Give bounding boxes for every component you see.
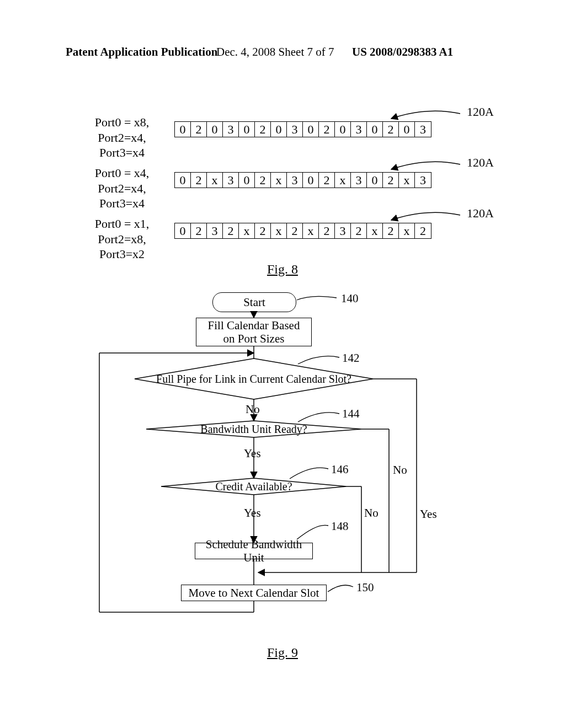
calendar-cell: 2	[255, 223, 271, 238]
flow-decision-142: Full Pipe for Link in Current Calendar S…	[135, 358, 373, 399]
calendar-cell: x	[335, 173, 351, 188]
calendar-cell: 3	[351, 122, 367, 137]
fig8-config-line2: Port2=x8, Port3=x2	[98, 232, 146, 261]
callout-arrow	[388, 208, 461, 223]
calendar-cell: 0	[175, 122, 191, 137]
fig8-config-line1: Port0 = x1,	[95, 217, 150, 231]
calendar-cell: 2	[383, 223, 399, 238]
calendar-cell: x	[271, 173, 287, 188]
calendar-cell: 0	[239, 122, 255, 137]
flow-step-148: Schedule Bandwidth Unit	[195, 543, 313, 559]
calendar-cell: 3	[287, 122, 303, 137]
ref-150: 150	[356, 581, 374, 595]
calendar-cell: 2	[223, 223, 239, 238]
calendar-bar: 0 2 3 2 x 2 x 2 x 2 3 2 x 2 x 2	[174, 223, 431, 239]
branch-yes-142: Yes	[420, 507, 437, 521]
header-right: US 2008/0298383 A1	[352, 45, 453, 59]
calendar-cell: 2	[191, 223, 207, 238]
flow-step-150: Move to Next Calendar Slot	[181, 585, 327, 601]
flow-decision-144: Bandwidth Unit Ready?	[146, 421, 361, 437]
flow-start: Start	[212, 292, 296, 312]
calendar-cell: 0	[367, 173, 383, 188]
calendar-cell: 2	[255, 173, 271, 188]
calendar-cell: 0	[207, 122, 223, 137]
figure-9-caption: Fig. 9	[0, 645, 565, 660]
calendar-cell: x	[399, 173, 415, 188]
flow-decision-label: Credit Available?	[198, 480, 310, 493]
calendar-cell: 0	[367, 122, 383, 137]
callout-ref-120a: 120A	[467, 206, 494, 221]
calendar-cell: 2	[319, 122, 335, 137]
callout-arrow	[388, 157, 461, 172]
callout-ref-120a: 120A	[467, 156, 494, 170]
page: Patent Application Publication Dec. 4, 2…	[0, 0, 565, 728]
flow-step-140: Fill Calendar Based on Port Sizes	[196, 318, 312, 346]
calendar-cell: x	[207, 173, 223, 188]
calendar-cell: 0	[239, 173, 255, 188]
calendar-cell: 3	[287, 173, 303, 188]
calendar-cell: x	[399, 223, 415, 238]
fig8-row-0: Port0 = x8, Port2=x4, Port3=x4 0 2 0 3 0…	[75, 99, 500, 150]
calendar-cell: 2	[319, 223, 335, 238]
calendar-cell: 2	[383, 173, 399, 188]
calendar-cell: x	[367, 223, 383, 238]
calendar-cell: 2	[415, 223, 431, 238]
header-left: Patent Application Publication	[66, 45, 217, 59]
calendar-cell: 0	[271, 122, 287, 137]
calendar-cell: 3	[415, 122, 431, 137]
calendar-cell: 3	[223, 173, 239, 188]
calendar-bar: 0 2 x 3 0 2 x 3 0 2 x 3 0 2 x 3	[174, 172, 431, 188]
ref-146: 146	[331, 463, 349, 477]
calendar-cell: 3	[415, 173, 431, 188]
calendar-cell: 0	[335, 122, 351, 137]
ref-148: 148	[331, 520, 349, 533]
branch-yes-146: Yes	[244, 506, 261, 520]
ref-142: 142	[342, 351, 360, 365]
calendar-cell: x	[239, 223, 255, 238]
calendar-cell: 0	[303, 122, 319, 137]
flow-decision-label: Bandwidth Unit Ready?	[183, 423, 324, 435]
calendar-cell: 2	[351, 223, 367, 238]
calendar-cell: 3	[223, 122, 239, 137]
calendar-cell: x	[303, 223, 319, 238]
fig8-config-line1: Port0 = x8,	[95, 115, 150, 129]
ref-144: 144	[342, 407, 360, 421]
callout-ref-120a: 120A	[467, 105, 494, 119]
calendar-cell: 2	[255, 122, 271, 137]
calendar-cell: 2	[319, 173, 335, 188]
calendar-cell: 0	[303, 173, 319, 188]
flowchart-stage: Start Fill Calendar Based on Port Sizes …	[99, 292, 455, 634]
fig8-row-2: Port0 = x1, Port2=x8, Port3=x2 0 2 3 2 x…	[75, 201, 500, 251]
calendar-cell: x	[271, 223, 287, 238]
branch-no-144: No	[393, 463, 407, 477]
flow-decision-label: Full Pipe for Link in Current Calendar S…	[138, 373, 369, 385]
callout-arrow	[388, 106, 461, 121]
calendar-cell: 0	[175, 223, 191, 238]
header-middle: Dec. 4, 2008 Sheet 7 of 7	[216, 45, 334, 59]
calendar-cell: 2	[287, 223, 303, 238]
branch-no-146: No	[364, 506, 379, 520]
figure-8-caption: Fig. 8	[0, 262, 565, 277]
figure-9: Start Fill Calendar Based on Port Sizes …	[0, 292, 565, 689]
calendar-cell: 3	[351, 173, 367, 188]
ref-140: 140	[341, 292, 359, 306]
fig8-config-line1: Port0 = x4,	[95, 166, 150, 180]
calendar-cell: 2	[191, 173, 207, 188]
fig8-row-1: Port0 = x4, Port2=x4, Port3=x4 0 2 x 3 0…	[75, 150, 500, 201]
flow-decision-146: Credit Available?	[161, 478, 347, 495]
calendar-cell: 0	[175, 173, 191, 188]
calendar-cell: 0	[399, 122, 415, 137]
branch-no-142: No	[246, 403, 260, 416]
calendar-cell: 3	[335, 223, 351, 238]
fig8-config-label: Port0 = x1, Port2=x8, Port3=x2	[75, 216, 169, 262]
branch-yes-144: Yes	[244, 447, 261, 461]
calendar-bar: 0 2 0 3 0 2 0 3 0 2 0 3 0 2 0 3	[174, 121, 431, 137]
calendar-cell: 3	[207, 223, 223, 238]
calendar-cell: 2	[383, 122, 399, 137]
calendar-cell: 2	[191, 122, 207, 137]
